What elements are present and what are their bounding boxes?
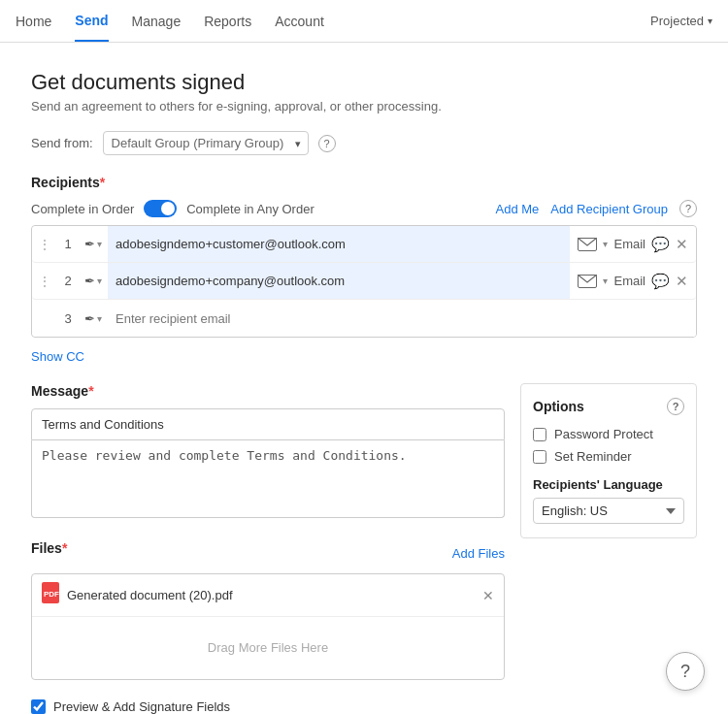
row-num-1: 1: [57, 237, 79, 251]
send-from-help-icon[interactable]: ?: [318, 135, 336, 152]
page-subtitle: Send an agreement to others for e-signin…: [31, 99, 697, 114]
password-protect-row: Password Protect: [533, 427, 684, 441]
form-left: Message* Files* Add Files: [31, 383, 505, 680]
set-reminder-label: Set Reminder: [554, 449, 631, 464]
footer-section: Preview & Add Signature Fields Next: [31, 699, 697, 714]
recipients-label: Recipients*: [31, 175, 697, 190]
user-label: Projected: [650, 14, 704, 28]
complete-any-order-label: Complete in Any Order: [186, 202, 314, 216]
drag-handle-2[interactable]: ⋮: [32, 274, 57, 289]
top-navigation: Home Send Manage Reports Account Project…: [0, 0, 728, 43]
options-help-icon[interactable]: ?: [667, 398, 684, 415]
pen-icon-3: ✒: [84, 311, 95, 326]
options-label: Options: [533, 399, 584, 414]
row-num-2: 2: [57, 274, 79, 288]
remove-recipient-1[interactable]: ✕: [676, 236, 688, 253]
send-from-row: Send from: Default Group (Primary Group)…: [31, 131, 697, 155]
comment-icon-2[interactable]: 💬: [651, 273, 670, 290]
send-from-select[interactable]: Default Group (Primary Group): [103, 131, 309, 155]
pen-icon-2: ✒: [84, 274, 95, 288]
lang-select[interactable]: English: US French German Spanish Japane…: [533, 498, 684, 524]
options-title: Options ?: [533, 398, 684, 415]
options-panel: Options ? Password Protect Set Reminder …: [520, 383, 697, 538]
file-name: Generated document (20).pdf: [67, 588, 482, 602]
comment-icon-1[interactable]: 💬: [651, 236, 670, 253]
preview-checkbox[interactable]: [31, 699, 46, 714]
nav-home[interactable]: Home: [16, 2, 51, 41]
lang-label: Recipients' Language: [533, 477, 684, 492]
files-label: Files*: [31, 540, 67, 556]
role-chevron-3: ▾: [97, 313, 102, 324]
nav-send[interactable]: Send: [75, 1, 108, 42]
remove-file-button[interactable]: ✕: [482, 588, 494, 603]
preview-checkbox-label[interactable]: Preview & Add Signature Fields: [31, 699, 230, 714]
email-type-chevron-1[interactable]: ▾: [603, 239, 608, 249]
recipient-email-2[interactable]: [108, 263, 570, 299]
page-title: Get documents signed: [31, 70, 697, 95]
recipient-email-1[interactable]: [108, 226, 570, 262]
role-chevron-2: ▾: [97, 276, 102, 286]
nav-account[interactable]: Account: [275, 2, 324, 41]
remove-recipient-2[interactable]: ✕: [676, 273, 688, 290]
recipients-header-right: Add Me Add Recipient Group ?: [496, 200, 698, 217]
recipient-email-3[interactable]: [108, 300, 696, 337]
row-num-3: 3: [57, 311, 79, 326]
send-from-wrapper: Default Group (Primary Group): [103, 131, 309, 155]
preview-row: Preview & Add Signature Fields: [31, 699, 697, 714]
row-right-1: ▾ Email 💬 ✕: [570, 236, 696, 253]
message-body-input[interactable]: [31, 440, 505, 518]
email-type-chevron-2[interactable]: ▾: [603, 276, 608, 286]
complete-in-order-toggle[interactable]: [144, 200, 177, 217]
nav-manage[interactable]: Manage: [132, 2, 182, 41]
row-role-btn-1[interactable]: ✒ ▾: [79, 237, 108, 251]
show-cc-link[interactable]: Show CC: [31, 349, 84, 364]
drag-handle-1[interactable]: ⋮: [32, 237, 57, 252]
add-recipient-group-button[interactable]: Add Recipient Group: [550, 202, 668, 216]
drag-zone[interactable]: Drag More Files Here: [32, 617, 504, 678]
message-section: Message*: [31, 383, 505, 521]
nav-reports[interactable]: Reports: [204, 2, 251, 41]
recipient-row-2: ⋮ 2 ✒ ▾ ▾ Email 💬: [32, 263, 696, 300]
role-chevron-1: ▾: [97, 239, 102, 249]
recipients-section: Recipients* Complete in Order Complete i…: [31, 175, 697, 364]
row-right-2: ▾ Email 💬 ✕: [570, 273, 696, 290]
pdf-icon: PDF: [42, 582, 59, 608]
preview-label: Preview & Add Signature Fields: [53, 699, 230, 714]
row-role-btn-2[interactable]: ✒ ▾: [79, 274, 108, 288]
form-right: Options ? Password Protect Set Reminder …: [520, 383, 697, 680]
email-type-label-2: Email: [613, 274, 645, 288]
email-icon-2: [578, 275, 597, 288]
message-section-label: Message*: [31, 383, 505, 399]
recipient-row-1: ⋮ 1 ✒ ▾ ▾ Email 💬: [32, 226, 696, 263]
recipients-help-icon[interactable]: ?: [679, 200, 697, 217]
recipients-header: Complete in Order Complete in Any Order …: [31, 200, 697, 217]
set-reminder-checkbox[interactable]: [533, 450, 546, 464]
add-me-button[interactable]: Add Me: [496, 202, 540, 216]
files-header: Files* Add Files: [31, 540, 505, 566]
password-protect-checkbox[interactable]: [533, 428, 546, 441]
email-icon-1: [578, 238, 597, 251]
main-content: Get documents signed Send an agreement t…: [0, 43, 728, 714]
set-reminder-row: Set Reminder: [533, 449, 684, 464]
add-files-button[interactable]: Add Files: [452, 546, 505, 561]
nav-links: Home Send Manage Reports Account: [16, 1, 324, 42]
files-box: PDF Generated document (20).pdf ✕ Drag M…: [31, 573, 505, 680]
send-from-label: Send from:: [31, 136, 93, 150]
svg-text:PDF: PDF: [44, 590, 59, 599]
help-fab-button[interactable]: ?: [666, 652, 705, 691]
file-item: PDF Generated document (20).pdf ✕: [32, 574, 504, 617]
files-section: Files* Add Files PDF Generated document …: [31, 540, 505, 680]
message-title-input[interactable]: [31, 408, 505, 440]
recipient-row-3: ⋮ 3 ✒ ▾: [32, 300, 696, 337]
user-menu[interactable]: Projected ▾: [650, 14, 712, 28]
email-type-label-1: Email: [613, 237, 645, 251]
pen-icon-1: ✒: [84, 237, 95, 251]
user-dropdown-arrow: ▾: [708, 16, 712, 26]
recipients-list: ⋮ 1 ✒ ▾ ▾ Email 💬: [31, 225, 697, 338]
row-role-btn-3[interactable]: ✒ ▾: [79, 311, 108, 326]
password-protect-label: Password Protect: [554, 427, 653, 441]
complete-in-order-label: Complete in Order: [31, 202, 134, 216]
recipients-header-left: Complete in Order Complete in Any Order: [31, 200, 314, 217]
form-columns: Message* Files* Add Files: [31, 383, 697, 680]
